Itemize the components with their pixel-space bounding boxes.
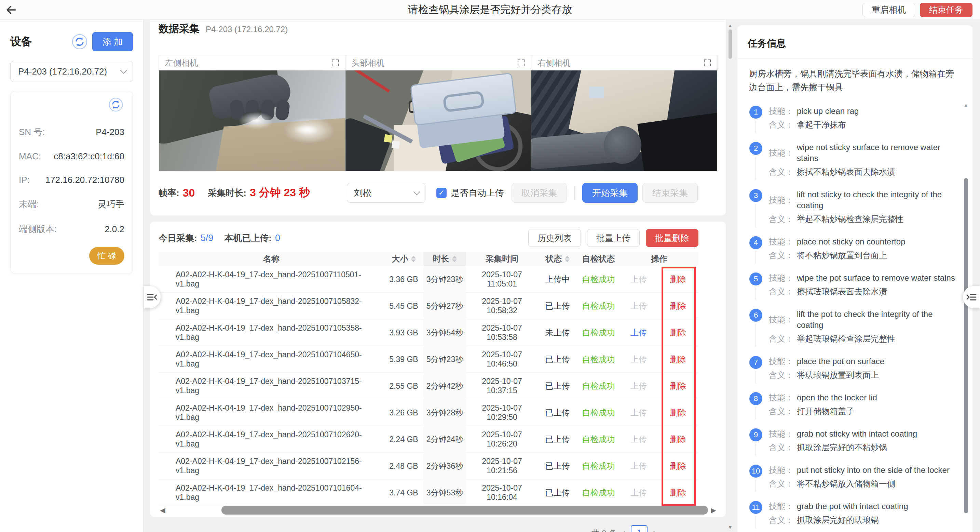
auto-upload-checkbox-wrap[interactable]: ✓ 是否自动上传 xyxy=(436,187,504,199)
operator-value: 刘松 xyxy=(354,187,372,199)
delete-link[interactable]: 删除 xyxy=(670,435,686,444)
task-step: 1 技能： pick up clean rag 含义： 拿起干净抹布 xyxy=(749,106,961,133)
refresh-device-info-icon[interactable] xyxy=(109,97,124,113)
meaning-label: 含义： xyxy=(769,119,797,130)
skill-label: 技能： xyxy=(769,428,797,440)
column-status[interactable]: 状态 xyxy=(538,252,577,266)
scroll-up-icon[interactable]: ▲ xyxy=(727,22,733,29)
auto-upload-label: 是否自动上传 xyxy=(451,187,504,199)
camera-grid: 左侧相机 头部相机 xyxy=(159,55,718,171)
camera-panel-right: 右侧相机 xyxy=(531,56,717,171)
divider xyxy=(574,187,575,199)
task-scroll-thumb[interactable] xyxy=(964,178,968,513)
next-page-icon[interactable]: › xyxy=(653,525,656,532)
skill-text: pick up clean rag xyxy=(797,106,859,116)
hscroll-thumb[interactable] xyxy=(221,506,708,514)
table-row: A02-A02-H-K-04-19_17-dex_hand-2025100710… xyxy=(159,426,698,453)
selfcheck-status: 自检成功 xyxy=(577,274,620,285)
top-bar: 请检查锅具涂层是否完好并分类存放 重启相机 结束任务 xyxy=(0,0,980,20)
delete-link[interactable]: 删除 xyxy=(670,328,686,337)
file-size: 5.39 GB xyxy=(384,355,423,364)
refresh-devices-icon[interactable] xyxy=(72,34,88,49)
upload-link[interactable]: 上传 xyxy=(630,355,647,364)
batch-delete-button[interactable]: 批量删除 xyxy=(646,229,698,247)
meaning-label: 含义： xyxy=(769,478,797,489)
table-row: A02-A02-H-K-04-19_17-dex_hand-2025100710… xyxy=(159,373,698,399)
task-info-title: 任务信息 xyxy=(748,37,962,50)
skill-text: put not sticky into on the side of the l… xyxy=(797,465,950,476)
end-task-button[interactable]: 结束任务 xyxy=(920,3,972,17)
device-info-row: MAC: c8:a3:62:c0:1d:60 xyxy=(19,151,124,162)
delete-link[interactable]: 删除 xyxy=(670,408,686,417)
today-count-label: 今日采集: xyxy=(159,232,197,244)
scroll-right-icon[interactable]: ▶ xyxy=(710,506,718,514)
task-step: 4 技能： place not sticky on countertop 含义：… xyxy=(749,236,961,264)
fullscreen-icon[interactable] xyxy=(703,59,711,67)
upload-link[interactable]: 上传 xyxy=(630,381,647,390)
upload-link[interactable]: 上传 xyxy=(630,435,647,444)
delete-link[interactable]: 删除 xyxy=(670,488,686,497)
task-info-panel: 任务信息 厨房水槽旁，锅具刚清洗完毕表面有水渍，储物箱在旁边台面上，需先擦干锅具… xyxy=(737,25,972,532)
delete-link[interactable]: 删除 xyxy=(670,381,686,390)
file-duration: 3分钟53秒 xyxy=(423,479,466,506)
add-device-button[interactable]: 添 加 xyxy=(92,32,133,51)
meaning-text: 将珐琅锅放置到表面上 xyxy=(797,370,879,381)
upload-link[interactable]: 上传 xyxy=(630,461,647,470)
upload-status: 已上传 xyxy=(538,354,577,365)
batch-upload-button[interactable]: 批量上传 xyxy=(587,229,640,247)
step-number-badge: 11 xyxy=(749,501,762,514)
upload-link[interactable]: 上传 xyxy=(630,328,647,337)
left-camera-feed xyxy=(159,70,345,171)
device-info-value: 灵巧手 xyxy=(98,198,124,210)
meaning-label: 含义： xyxy=(769,370,797,381)
upload-link[interactable]: 上传 xyxy=(630,274,647,284)
device-info-label: SN 号: xyxy=(19,126,45,138)
file-size: 5.45 GB xyxy=(384,301,423,311)
table-row: A02-A02-H-K-04-19_17-dex_hand-2025100710… xyxy=(159,399,698,426)
file-duration: 2分钟24秒 xyxy=(423,426,466,453)
delete-link[interactable]: 删除 xyxy=(670,355,686,364)
delete-link[interactable]: 删除 xyxy=(670,301,686,311)
column-duration[interactable]: 时长 xyxy=(423,252,466,266)
page-title: 请检查锅具涂层是否完好并分类存放 xyxy=(0,3,980,17)
collect-time: 2025-10-07 11:05:01 xyxy=(466,270,538,288)
sort-carets-icon xyxy=(411,256,416,262)
file-name: A02-A02-H-K-04-19_17-dex_hand-2025100710… xyxy=(159,483,384,502)
history-list-button[interactable]: 历史列表 xyxy=(528,229,581,247)
restart-camera-button[interactable]: 重启相机 xyxy=(862,3,915,17)
stop-collect-button[interactable]: 结束采集 xyxy=(643,183,698,203)
delete-link[interactable]: 删除 xyxy=(670,461,686,470)
start-collect-button[interactable]: 开始采集 xyxy=(582,183,638,203)
horizontal-scrollbar[interactable]: ◀ ▶ xyxy=(159,505,718,515)
scroll-left-icon[interactable]: ◀ xyxy=(159,506,167,514)
selfcheck-status: 自检成功 xyxy=(577,327,620,338)
main-vertical-scrollbar[interactable]: ▲ ▼ xyxy=(727,20,733,532)
fullscreen-icon[interactable] xyxy=(331,59,339,67)
vscroll-thumb[interactable] xyxy=(729,29,732,59)
collect-time: 2025-10-07 10:46:50 xyxy=(466,350,538,369)
upload-link[interactable]: 上传 xyxy=(630,488,647,497)
scroll-down-icon[interactable]: ▼ xyxy=(727,524,733,530)
cancel-collect-button[interactable]: 取消采集 xyxy=(512,183,567,203)
meaning-text: 将不粘炒锅放置到台面上 xyxy=(797,250,887,261)
prev-page-icon[interactable]: ‹ xyxy=(622,525,625,532)
delete-link[interactable]: 删除 xyxy=(670,274,686,284)
meaning-label: 含义： xyxy=(769,286,797,297)
operator-select[interactable]: 刘松 xyxy=(347,183,425,203)
scroll-up-icon[interactable]: ▲ xyxy=(964,102,968,108)
column-size[interactable]: 大小 xyxy=(384,252,423,266)
skill-label: 技能： xyxy=(769,465,797,476)
auto-upload-checkbox[interactable]: ✓ xyxy=(436,188,447,198)
menu-fold-icon xyxy=(146,292,158,302)
page-number[interactable]: 1 xyxy=(631,525,648,532)
device-select-value: P4-203 (172.16.20.72) xyxy=(18,66,107,77)
device-info-value: 172.16.20.72:10780 xyxy=(45,175,124,185)
file-size: 3.36 GB xyxy=(384,275,423,284)
meaning-text: 打开储物箱盖子 xyxy=(797,406,854,417)
device-info-row: IP: 172.16.20.72:10780 xyxy=(19,175,124,185)
fullscreen-icon[interactable] xyxy=(517,59,525,67)
device-select[interactable]: P4-203 (172.16.20.72) xyxy=(10,61,133,82)
upload-status: 已上传 xyxy=(538,301,577,311)
upload-link[interactable]: 上传 xyxy=(630,408,647,417)
upload-link[interactable]: 上传 xyxy=(630,301,647,311)
